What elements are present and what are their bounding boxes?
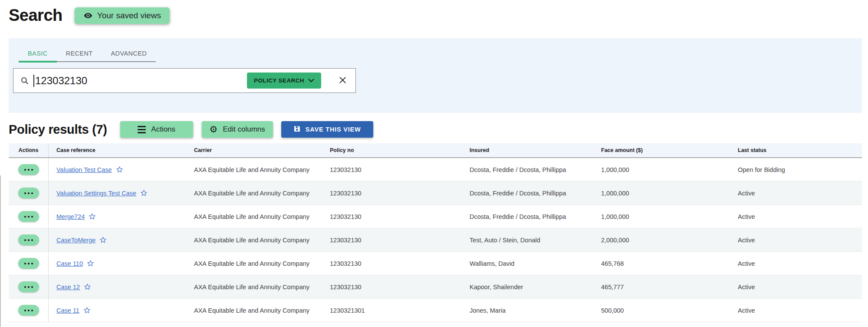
- last-status-cell: Active: [730, 260, 862, 267]
- last-status-cell: Active: [730, 213, 862, 220]
- row-actions-button[interactable]: [18, 211, 39, 222]
- last-status-cell: Active: [730, 284, 862, 291]
- row-actions-button[interactable]: [18, 188, 39, 198]
- star-icon[interactable]: [140, 189, 148, 197]
- policy-results-table: Actions Case reference Carrier Policy no…: [9, 143, 862, 322]
- ellipsis-icon: [24, 286, 26, 288]
- column-header-actions: Actions: [9, 143, 49, 157]
- clear-search-button[interactable]: [337, 74, 349, 87]
- insured-cell: Dcosta, Freddie / Dcosta, Phillippa: [462, 190, 593, 197]
- tab-basic[interactable]: BASIC: [19, 45, 57, 61]
- save-this-view-label: SAVE THIS VIEW: [306, 126, 361, 133]
- search-icon: [20, 76, 29, 85]
- save-icon: [293, 125, 301, 134]
- saved-views-button[interactable]: Your saved views: [75, 7, 170, 24]
- column-header-face-amount: Face amount ($): [593, 147, 730, 153]
- policy-no-cell: 123032130: [322, 260, 462, 267]
- column-header-insured: Insured: [462, 147, 593, 153]
- search-panel: BASIC RECENT ADVANCED 123032130 POLICY S…: [9, 38, 862, 113]
- edit-columns-button[interactable]: ⚙ Edit columns: [202, 121, 273, 138]
- table-row: Case 11 AXA Equitable Life and Annuity C…: [9, 299, 862, 322]
- column-header-carrier: Carrier: [186, 147, 322, 153]
- hamburger-icon: [138, 126, 146, 133]
- policy-search-label: POLICY SEARCH: [254, 77, 304, 84]
- close-icon: [339, 76, 347, 86]
- tab-advanced[interactable]: ADVANCED: [102, 45, 156, 61]
- star-icon[interactable]: [87, 260, 94, 267]
- carrier-cell: AXA Equitable Life and Annuity Company: [186, 307, 322, 314]
- insured-cell: Dcosta, Freddie / Dcosta, Phillippa: [462, 213, 593, 220]
- left-scroll-edge: [0, 175, 1, 327]
- face-amount-cell: 1,000,000: [593, 166, 730, 173]
- search-input-value: 123032130: [35, 75, 87, 87]
- face-amount-cell: 465,777: [593, 284, 730, 291]
- star-icon[interactable]: [89, 213, 96, 220]
- case-reference-link[interactable]: Valuation Test Case: [56, 166, 112, 173]
- results-heading: Policy results (7): [9, 122, 107, 137]
- page-header: Search Your saved views: [9, 6, 170, 25]
- row-actions-button[interactable]: [18, 235, 39, 245]
- table-row: Merge724 AXA Equitable Life and Annuity …: [9, 205, 862, 228]
- ellipsis-icon: [24, 169, 26, 171]
- policy-no-cell: 123032130: [322, 213, 462, 220]
- insured-cell: Test, Auto / Stein, Donald: [462, 237, 593, 244]
- table-row: CaseToMerge AXA Equitable Life and Annui…: [9, 228, 862, 252]
- case-reference-link[interactable]: Case 12: [56, 284, 80, 291]
- actions-button[interactable]: Actions: [120, 121, 193, 138]
- edit-columns-label: Edit columns: [223, 125, 265, 134]
- face-amount-cell: 465,768: [593, 260, 730, 267]
- eye-icon: [83, 11, 93, 20]
- search-input[interactable]: 123032130 POLICY SEARCH: [13, 68, 356, 93]
- gear-icon: ⚙: [210, 125, 218, 134]
- policy-no-cell: 1230321301: [322, 307, 462, 314]
- last-status-cell: Active: [730, 307, 862, 314]
- table-header-row: Actions Case reference Carrier Policy no…: [9, 143, 862, 158]
- table-row: Case 110 AXA Equitable Life and Annuity …: [9, 252, 862, 275]
- insured-cell: Walliams, David: [462, 260, 593, 267]
- row-actions-button[interactable]: [18, 305, 39, 316]
- star-icon[interactable]: [116, 166, 123, 173]
- insured-cell: Kapoor, Shailender: [462, 284, 593, 291]
- row-actions-button[interactable]: [18, 281, 39, 292]
- last-status-cell: Active: [730, 237, 862, 244]
- star-icon[interactable]: [83, 307, 91, 314]
- actions-label: Actions: [151, 125, 175, 134]
- case-reference-link[interactable]: Valuation Settings Test Case: [56, 190, 136, 197]
- carrier-cell: AXA Equitable Life and Annuity Company: [186, 166, 322, 173]
- saved-views-label: Your saved views: [97, 11, 161, 20]
- case-reference-link[interactable]: Case 11: [56, 307, 79, 314]
- policy-search-type-button[interactable]: POLICY SEARCH: [247, 73, 321, 89]
- policy-no-cell: 123032130: [322, 237, 462, 244]
- table-row: Valuation Test Case AXA Equitable Life a…: [9, 158, 862, 182]
- results-toolbar: Policy results (7) Actions ⚙ Edit column…: [9, 121, 373, 138]
- policy-no-cell: 123032130: [322, 166, 462, 173]
- insured-cell: Dcosta, Freddie / Dcosta, Phillippa: [462, 166, 593, 173]
- save-this-view-button[interactable]: SAVE THIS VIEW: [281, 121, 373, 138]
- column-header-case-reference: Case reference: [49, 147, 186, 153]
- policy-no-cell: 123032130: [322, 284, 462, 291]
- table-row: Valuation Settings Test Case AXA Equitab…: [9, 182, 862, 205]
- insured-cell: Jones, Maria: [462, 307, 593, 314]
- case-reference-link[interactable]: Merge724: [56, 213, 85, 220]
- case-reference-link[interactable]: Case 110: [56, 260, 83, 267]
- carrier-cell: AXA Equitable Life and Annuity Company: [186, 190, 322, 197]
- ellipsis-icon: [24, 239, 26, 241]
- carrier-cell: AXA Equitable Life and Annuity Company: [186, 213, 322, 220]
- page-title: Search: [9, 6, 62, 25]
- column-header-policy-no: Policy no: [322, 147, 462, 153]
- text-cursor: [33, 75, 34, 87]
- carrier-cell: AXA Equitable Life and Annuity Company: [186, 237, 322, 244]
- face-amount-cell: 500,000: [593, 307, 730, 314]
- star-icon[interactable]: [99, 236, 107, 244]
- ellipsis-icon: [24, 310, 26, 311]
- row-actions-button[interactable]: [18, 258, 39, 269]
- star-icon[interactable]: [84, 283, 91, 291]
- face-amount-cell: 2,000,000: [593, 237, 730, 244]
- chevron-down-icon: [308, 77, 314, 84]
- face-amount-cell: 1,000,000: [593, 213, 730, 220]
- case-reference-link[interactable]: CaseToMerge: [56, 237, 95, 244]
- tab-recent[interactable]: RECENT: [57, 45, 102, 61]
- row-actions-button[interactable]: [18, 164, 39, 175]
- ellipsis-icon: [24, 263, 26, 264]
- carrier-cell: AXA Equitable Life and Annuity Company: [186, 260, 322, 267]
